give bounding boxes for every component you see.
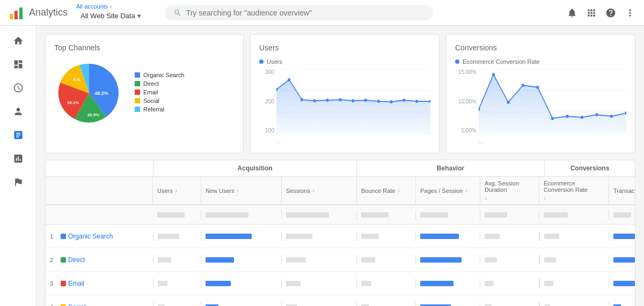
summary-ecom-bar xyxy=(544,212,568,218)
social-link[interactable]: Social xyxy=(61,303,151,307)
svg-text:20.5%: 20.5% xyxy=(87,113,100,117)
sidebar-item-conversions[interactable] xyxy=(5,171,31,193)
summary-channel xyxy=(46,213,153,217)
y-label-100: 100 xyxy=(259,128,274,133)
organic-search-color xyxy=(61,234,66,239)
svg-point-34 xyxy=(566,115,568,118)
clock-icon xyxy=(13,83,24,93)
data-table: Acquisition Behavior Conversions Users ↓… xyxy=(45,160,635,306)
acquisition-group: Acquisition xyxy=(153,160,357,176)
bounce-sort-icon: ↕ xyxy=(398,188,400,193)
sidebar-item-customization[interactable] xyxy=(5,54,31,75)
notifications-icon[interactable] xyxy=(567,8,577,18)
email-new-users-bar xyxy=(206,281,231,286)
email-color xyxy=(61,281,66,286)
organic-new-users-bar xyxy=(206,234,252,239)
summary-transactions-bar xyxy=(613,212,631,218)
ecom-col-header[interactable]: Ecommerce Conversion Rate ↕ xyxy=(539,177,609,204)
pie-chart-svg: 48.2% 20.5% 18.1% 9.91 xyxy=(54,58,124,128)
users-chart-area: 300 200 100 xyxy=(259,69,430,144)
ecom-sort-icon: ↕ xyxy=(544,195,546,201)
pages-col-header[interactable]: Pages / Session ↕ xyxy=(416,177,480,204)
legend-organic-search: Organic Search xyxy=(135,72,184,78)
social-users-bar xyxy=(158,304,165,307)
pie-chart: 48.2% 20.5% 18.1% 9.91 xyxy=(54,58,124,128)
social-ecom-bar xyxy=(544,304,550,307)
conversions-y-axis: 15.00% 10.00% 5.00% xyxy=(455,69,479,133)
svg-point-13 xyxy=(301,98,303,101)
users-col-header[interactable]: Users ↓ xyxy=(153,177,201,204)
spacer-col xyxy=(46,160,153,176)
svg-point-15 xyxy=(326,99,329,102)
svg-point-18 xyxy=(364,99,367,102)
channel-organic: Organic Search xyxy=(58,230,153,242)
svg-point-35 xyxy=(581,116,583,119)
email-link[interactable]: Email xyxy=(61,280,151,287)
sidebar-item-audience[interactable] xyxy=(5,101,31,122)
direct-link[interactable]: Direct xyxy=(61,256,151,264)
svg-point-21 xyxy=(402,99,405,102)
organic-search-link[interactable]: Organic Search xyxy=(61,233,151,240)
transactions-col-header[interactable]: Transactions ↕ xyxy=(609,177,635,204)
organic-bounce-bar xyxy=(361,234,379,239)
conv-y-label-10: 10.00% xyxy=(455,99,477,105)
sidebar-item-realtime[interactable] xyxy=(5,77,31,99)
more-vert-icon[interactable] xyxy=(625,8,635,18)
email-bounce-bar xyxy=(361,281,371,286)
pie-section: 48.2% 20.5% 18.1% 9.91 Organic Search Di… xyxy=(54,58,235,128)
conversions-card: Conversions Ecommerce Conversion Rate 15… xyxy=(446,34,635,153)
svg-point-36 xyxy=(595,113,598,116)
rank-1: 1 xyxy=(46,231,58,242)
legend-direct: Direct xyxy=(135,80,184,87)
sidebar xyxy=(0,26,36,306)
breadcrumb[interactable]: All accounts › xyxy=(76,3,145,10)
dashboard-icon xyxy=(13,59,24,70)
svg-point-17 xyxy=(352,99,354,102)
sessions-col-header[interactable]: Sessions ↕ xyxy=(282,177,357,204)
bounce-col-header[interactable]: Bounce Rate ↕ xyxy=(357,177,416,204)
sidebar-item-home[interactable] xyxy=(5,30,31,51)
direct-color xyxy=(61,257,66,263)
conversions-title: Conversions xyxy=(455,43,626,52)
direct-sessions-bar xyxy=(286,257,306,263)
conversions-legend-dot xyxy=(455,59,459,64)
conv-y-label-15: 15.00% xyxy=(455,69,477,75)
table-group-headers: Acquisition Behavior Conversions xyxy=(46,160,635,177)
summary-new-users-bar xyxy=(206,212,248,218)
legend-referral: Referral xyxy=(135,106,184,113)
email-ecom-bar xyxy=(544,281,553,286)
account-selector[interactable]: All Web Site Data ▾ xyxy=(76,10,145,22)
conv-y-label-5: 5.00% xyxy=(455,128,477,133)
channel-direct: Direct xyxy=(58,254,153,266)
new-users-col-header[interactable]: New Users ↕ xyxy=(201,177,282,204)
legend-email: Email xyxy=(135,89,184,95)
users-legend-label: Users xyxy=(267,58,282,65)
help-icon[interactable] xyxy=(605,8,616,18)
acquisition-icon xyxy=(13,130,24,140)
svg-rect-2 xyxy=(19,8,23,19)
social-new-users-bar xyxy=(206,304,218,307)
sidebar-item-behavior[interactable] xyxy=(5,148,31,169)
avg-session-col-header[interactable]: Avg. Session Duration ↕ xyxy=(480,177,539,204)
caret-icon: ▾ xyxy=(137,12,141,20)
legend-social: Social xyxy=(135,98,184,104)
social-dot xyxy=(135,98,140,103)
direct-new-users-bar xyxy=(206,257,234,263)
svg-point-12 xyxy=(288,78,290,81)
direct-transactions-bar xyxy=(613,257,635,263)
apps-icon[interactable] xyxy=(586,8,597,18)
svg-point-14 xyxy=(313,99,316,102)
users-line-chart xyxy=(276,69,430,133)
svg-point-16 xyxy=(339,98,341,101)
svg-point-32 xyxy=(536,86,539,89)
conversions-chart-area: 15.00% 10.00% 5.00% xyxy=(455,69,626,144)
users-legend-dot xyxy=(259,59,264,64)
email-users-bar xyxy=(158,281,167,286)
search-input[interactable] xyxy=(186,9,425,17)
organic-transactions-bar xyxy=(613,234,635,239)
users-chart-footer: ... xyxy=(276,138,281,144)
search-bar[interactable] xyxy=(165,5,433,20)
rank-2: 2 xyxy=(46,255,58,265)
sidebar-item-acquisition[interactable] xyxy=(5,124,31,146)
svg-text:18.1%: 18.1% xyxy=(67,100,79,105)
